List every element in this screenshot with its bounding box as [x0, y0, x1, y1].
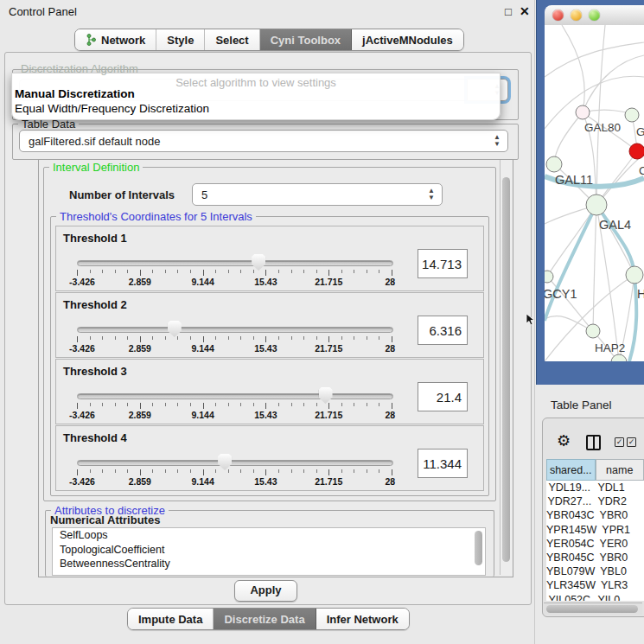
threshold-3-value-field[interactable]: 21.4 — [418, 382, 468, 411]
table-row[interactable]: YPR145WYPR1 — [546, 523, 644, 537]
apply-button[interactable]: Apply — [234, 580, 297, 602]
column-header-shared[interactable]: shared... — [546, 459, 596, 481]
table-row[interactable]: YER054CYER0 — [546, 537, 644, 551]
cell-shared-name[interactable]: YLR345W — [546, 579, 596, 591]
list-item[interactable]: TopologicalCoefficient — [53, 543, 485, 558]
minimize-traffic-light-icon[interactable] — [571, 10, 582, 21]
checkbox-icon[interactable]: ✓ — [615, 437, 624, 447]
cell-shared-name[interactable]: YBL079W — [546, 565, 595, 577]
tab-select[interactable]: Select — [205, 29, 259, 50]
cell-shared-name[interactable]: YDR27... — [546, 495, 593, 507]
table-data-combobox[interactable]: galFiltered.sif default node ▲▼ — [19, 130, 508, 152]
slider-thumb[interactable] — [168, 321, 182, 337]
node-gal80[interactable] — [576, 105, 590, 119]
tab-impute-data[interactable]: Impute Data — [128, 609, 214, 629]
node-gal4[interactable] — [586, 194, 607, 215]
cell-shared-name[interactable]: YIL052C — [546, 594, 593, 601]
cell-shared-name[interactable]: YBR045C — [546, 552, 595, 564]
table-row[interactable]: YIL052CYIL0 — [546, 593, 644, 602]
table-row[interactable]: YLR345WYLR3 — [546, 578, 644, 592]
threshold-3-slider[interactable]: -3.4262.8599.14415.4321.71528 — [77, 386, 392, 420]
column-layout-icon[interactable] — [586, 435, 601, 450]
slider-track[interactable] — [77, 393, 393, 399]
slider-thumb[interactable] — [319, 387, 333, 404]
network-window-titlebar[interactable] — [545, 5, 644, 26]
tick-mark — [240, 469, 241, 473]
cell-name[interactable]: YBL0 — [595, 565, 644, 577]
tick-mark — [392, 469, 392, 475]
tab-style[interactable]: Style — [156, 29, 205, 50]
cell-shared-name[interactable]: YER054C — [546, 538, 595, 550]
threshold-1-slider[interactable]: -3.4262.8599.14415.4321.71528 — [77, 252, 392, 287]
scale-tick-label: 2.859 — [129, 277, 151, 287]
checkbox-icon[interactable]: ✓ — [627, 437, 636, 447]
close-icon[interactable]: ✕ — [520, 4, 530, 18]
threshold-2-value-field[interactable]: 6.316 — [418, 316, 468, 345]
cell-shared-name[interactable]: YPR145W — [546, 524, 596, 536]
slider-thumb[interactable] — [252, 254, 265, 271]
table-row[interactable]: YBR043CYBR0 — [546, 508, 644, 522]
network-view-canvas[interactable]: GAL80 GA C GAL11 GAL4 GCY1 H HAP2 — [545, 25, 644, 361]
tab-discretize-data[interactable]: Discretize Data — [214, 609, 316, 629]
slider-track[interactable] — [77, 460, 393, 466]
horizontal-scrollbar[interactable] — [544, 603, 642, 615]
vertical-scrollbar[interactable] — [500, 160, 512, 575]
cell-shared-name[interactable]: YBR043C — [546, 509, 595, 521]
tick-mark — [102, 270, 103, 273]
close-traffic-light-icon[interactable] — [552, 10, 564, 21]
node-red-selected[interactable] — [629, 143, 644, 159]
threshold-3-panel: Threshold 3 -3.4262.8599.14415.4321.7152… — [55, 359, 484, 424]
cell-name[interactable]: YLR3 — [596, 579, 644, 591]
network-nodes[interactable] — [545, 105, 644, 361]
cell-name[interactable]: YDR2 — [593, 495, 644, 507]
table-row[interactable]: YDR27...YDR2 — [546, 494, 644, 508]
threshold-1-value-field[interactable]: 14.713 — [418, 249, 468, 278]
popup-item-manual-discretization[interactable]: Manual Discretization — [15, 87, 135, 100]
cell-name[interactable]: YBR0 — [595, 552, 644, 564]
list-scrollbar-thumb[interactable] — [475, 531, 482, 565]
table-row[interactable]: YDL19...YDL1 — [546, 481, 644, 494]
node-attribute-table: shared... name YDL19...YDL1YDR27...YDR2Y… — [546, 459, 644, 601]
threshold-4-value-field[interactable]: 11.344 — [418, 449, 468, 478]
cell-name[interactable]: YER0 — [595, 538, 644, 550]
node-label-partial: C — [639, 164, 644, 177]
node-gal11[interactable] — [546, 156, 562, 172]
scale-tick-label: 28 — [385, 343, 395, 354]
table-row[interactable]: YBL079WYBL0 — [546, 564, 644, 578]
tab-infer-network[interactable]: Infer Network — [316, 609, 409, 629]
cell-shared-name[interactable]: YDL19... — [546, 481, 593, 494]
tick-mark — [102, 336, 103, 340]
cell-name[interactable]: YBR0 — [595, 509, 644, 521]
tab-cyni-toolbox[interactable]: Cyni Toolbox — [260, 29, 352, 50]
popup-item-equal-width[interactable]: Equal Width/Frequency Discretization — [15, 102, 209, 115]
node-partial-top[interactable] — [625, 108, 639, 122]
cell-name[interactable]: YDL1 — [593, 481, 644, 494]
scrollbar-thumb[interactable] — [546, 605, 638, 613]
node-h[interactable] — [626, 266, 643, 284]
node-gcy1[interactable] — [545, 271, 553, 283]
slider-track[interactable] — [77, 260, 393, 266]
tab-network[interactable]: Network — [75, 29, 156, 50]
scrollbar-thumb[interactable] — [502, 177, 510, 562]
numerical-attributes-list[interactable]: SelfLoops TopologicalCoefficient Between… — [52, 527, 486, 576]
cell-name[interactable]: YPR1 — [596, 524, 644, 536]
cell-name[interactable]: YIL0 — [593, 594, 644, 601]
tick-mark — [240, 270, 241, 273]
threshold-2-slider[interactable]: -3.4262.8599.14415.4321.71528 — [77, 319, 392, 354]
slider-thumb[interactable] — [218, 454, 232, 470]
slider-track[interactable] — [77, 327, 393, 333]
float-window-icon[interactable]: □ — [505, 5, 512, 18]
number-of-intervals-spinner[interactable]: 5 ▲▼ — [192, 183, 443, 206]
threshold-4-slider[interactable]: -3.4262.8599.14415.4321.71528 — [77, 452, 392, 487]
node-hap2[interactable] — [586, 324, 600, 338]
algorithm-group-title: Discretization Algorithm — [17, 62, 142, 75]
table-data-combo-value: galFiltered.sif default node — [29, 135, 160, 148]
column-header-name[interactable]: name — [596, 459, 644, 481]
gear-icon[interactable]: ⚙ — [557, 431, 571, 450]
zoom-traffic-light-icon[interactable] — [589, 10, 600, 21]
table-row[interactable]: YBR045CYBR0 — [546, 551, 644, 564]
tab-jactivemnodules[interactable]: jActiveMNodules — [352, 29, 463, 50]
tick-mark — [240, 336, 241, 340]
list-item[interactable]: BetweennessCentrality — [53, 557, 485, 571]
list-item[interactable]: SelfLoops — [53, 528, 485, 543]
